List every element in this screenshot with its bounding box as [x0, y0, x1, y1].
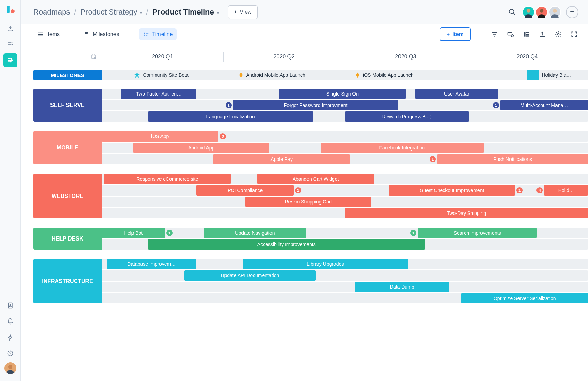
- svg-point-21: [144, 34, 145, 35]
- lane-row: iOS App3: [102, 131, 588, 142]
- nav-notifications-icon[interactable]: [3, 315, 17, 328]
- collaborator-avatar[interactable]: [549, 6, 561, 18]
- timeline-bar[interactable]: Accessibility Improvements: [148, 239, 425, 250]
- left-nav-rail: [0, 0, 21, 381]
- timeline-bar[interactable]: Apple Pay: [213, 154, 350, 164]
- add-item-button[interactable]: +Item: [440, 27, 471, 41]
- quarter-label: 2020 Q1: [102, 50, 223, 64]
- svg-point-10: [527, 9, 531, 13]
- tab-items[interactable]: Items: [33, 28, 64, 40]
- timeline-bar[interactable]: Language Localization: [148, 111, 313, 122]
- milestone-block: [527, 70, 539, 80]
- timeline-bar[interactable]: Android App: [133, 143, 269, 153]
- svg-rect-26: [526, 32, 529, 33]
- search-icon[interactable]: [508, 8, 516, 16]
- count-badge: 1: [410, 230, 416, 236]
- timeline-bar[interactable]: Responsive eCommerce site: [104, 174, 231, 184]
- collaborator-avatar[interactable]: [522, 6, 535, 18]
- milestone[interactable]: Android Mobile App Launch: [238, 70, 305, 80]
- timeline-bar[interactable]: Holid…: [544, 185, 588, 196]
- timeline-bar[interactable]: Push Notifications: [437, 154, 588, 164]
- breadcrumb-mid[interactable]: Product Strategy ▾: [81, 8, 142, 17]
- collaborator-avatar[interactable]: [535, 6, 548, 18]
- svg-point-19: [144, 32, 145, 33]
- layout-icon[interactable]: [522, 31, 531, 38]
- timeline-area: 2020 Q12020 Q22020 Q32020 Q4 MILESTONESC…: [21, 44, 588, 381]
- count-badge: 1: [166, 230, 173, 236]
- timeline-bar[interactable]: Library Upgrades: [243, 259, 408, 269]
- milestone[interactable]: Holiday Bla…: [542, 70, 571, 80]
- timeline-bar[interactable]: Reward (Progress Bar): [345, 111, 469, 122]
- tab-timeline[interactable]: Timeline: [139, 28, 177, 40]
- svg-rect-20: [145, 33, 148, 33]
- timeline-bar[interactable]: Optimize Server Serialization: [461, 293, 588, 303]
- plus-icon: +: [447, 31, 450, 37]
- breadcrumb-separator: /: [145, 8, 150, 17]
- svg-point-3: [12, 60, 13, 61]
- breadcrumb-root[interactable]: Roadmaps: [33, 8, 70, 17]
- timeline-bar[interactable]: Two-Day Shipping: [345, 208, 588, 218]
- lane-row: Optimize Server Serialization: [102, 293, 588, 303]
- svg-point-8: [8, 365, 12, 369]
- export-icon[interactable]: [538, 31, 546, 38]
- timeline-bar[interactable]: Single-Sign On: [279, 89, 406, 99]
- lane-label: SELF SERVE: [33, 89, 102, 122]
- timeline-settings-icon[interactable]: [33, 50, 102, 64]
- timeline-bar[interactable]: Data Dump: [355, 282, 449, 292]
- svg-point-29: [558, 33, 559, 35]
- svg-rect-27: [526, 34, 529, 35]
- timeline-bar[interactable]: Facebook Integration: [321, 143, 484, 153]
- milestone[interactable]: iOS Mobile App Launch: [355, 70, 413, 80]
- nav-contacts-icon[interactable]: [3, 299, 17, 312]
- timeline-bar[interactable]: Forgot Password Improvment: [233, 100, 398, 110]
- milestones-lane-label: MILESTONES: [33, 70, 102, 80]
- timeline-bar[interactable]: Two-Factor Authen…: [121, 89, 196, 99]
- nav-timeline-icon[interactable]: [3, 53, 17, 67]
- timeline-bar[interactable]: Reskin Shopping Cart: [245, 197, 372, 207]
- svg-point-12: [553, 9, 557, 13]
- lane-rows: Two-Factor Authen…Single-Sign OnUser Ava…: [102, 89, 588, 123]
- lane-row: Data Dump: [102, 282, 588, 292]
- timeline-bar[interactable]: Update API Documentation: [184, 270, 316, 281]
- timeline-bar[interactable]: Abandon Cart Widget: [257, 174, 374, 184]
- lane-row: Reskin Shopping Cart: [102, 197, 588, 207]
- svg-rect-18: [39, 35, 43, 36]
- timeline-bar[interactable]: User Avatar: [415, 89, 498, 99]
- svg-rect-14: [39, 32, 43, 33]
- link-settings-icon[interactable]: [506, 31, 515, 38]
- timeline-bar[interactable]: Help Bot: [102, 228, 165, 238]
- nav-bolt-icon[interactable]: [3, 330, 17, 344]
- svg-rect-13: [38, 32, 39, 33]
- divider: [483, 29, 483, 39]
- svg-rect-28: [526, 35, 529, 36]
- quarter-label: 2020 Q4: [467, 50, 588, 64]
- add-collaborator-button[interactable]: +: [566, 6, 578, 18]
- timeline-bar[interactable]: Database Improvem…: [107, 259, 196, 269]
- nav-help-icon[interactable]: [3, 346, 17, 360]
- count-badge: 1: [516, 187, 523, 193]
- breadcrumb-leaf[interactable]: Product Timeline ▾: [153, 8, 219, 17]
- lane-row: Responsive eCommerce siteAbandon Cart Wi…: [102, 174, 588, 184]
- nav-import-icon[interactable]: [3, 21, 17, 35]
- quarter-label: 2020 Q3: [345, 50, 467, 64]
- filter-icon[interactable]: [490, 31, 499, 38]
- timeline-bar[interactable]: Update Navigation: [204, 228, 306, 238]
- timeline-bar[interactable]: Search Improvements: [418, 228, 537, 238]
- add-view-button[interactable]: +View: [228, 5, 258, 19]
- lane-row: Database Improvem…Library Upgrades: [102, 259, 588, 269]
- timeline-bar[interactable]: PCI Compliance: [196, 185, 294, 196]
- timeline-bar[interactable]: iOS App: [102, 131, 218, 142]
- gear-icon[interactable]: [554, 31, 562, 38]
- milestone[interactable]: Community Site Beta: [133, 70, 189, 80]
- svg-rect-17: [38, 35, 39, 36]
- tab-milestones[interactable]: Milestones: [80, 28, 123, 40]
- count-badge: 4: [536, 187, 543, 193]
- lane-rows: Help Bot1Update NavigationSearch Improve…: [102, 228, 588, 251]
- user-avatar[interactable]: [4, 362, 16, 374]
- count-badge: 1: [295, 187, 301, 193]
- lane-rows: Database Improvem…Library UpgradesUpdate…: [102, 259, 588, 305]
- timeline-bar[interactable]: Multi-Account Mana…: [500, 100, 588, 110]
- fullscreen-icon[interactable]: [570, 31, 578, 38]
- nav-list-icon[interactable]: [3, 37, 17, 51]
- timeline-bar[interactable]: Guest Checkout Improvement: [389, 185, 515, 196]
